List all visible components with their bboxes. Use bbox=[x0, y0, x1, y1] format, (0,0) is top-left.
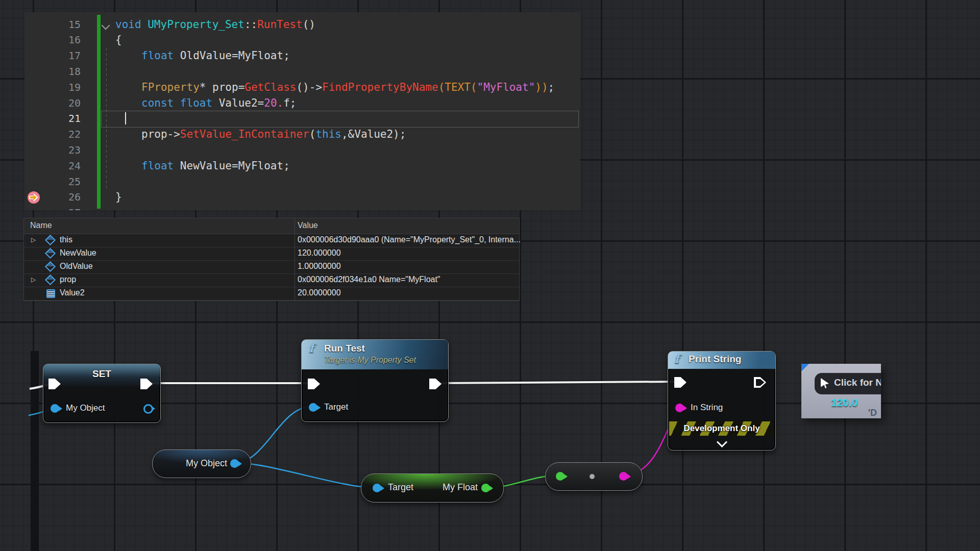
code-text: const float Value2=20.f; bbox=[141, 95, 296, 111]
my-object-getter-node[interactable]: My Object bbox=[152, 449, 251, 478]
code-line-15[interactable]: 15void UMyProperty_Set::RunTest() bbox=[24, 17, 580, 33]
my-object-output-pin[interactable] bbox=[230, 459, 239, 468]
print-string-instring-label: In String bbox=[691, 403, 723, 413]
watch-name: NewValue bbox=[60, 248, 96, 258]
print-string-exec-out-pin[interactable] bbox=[754, 377, 766, 388]
line-number[interactable]: 18 bbox=[24, 64, 81, 80]
run-test-exec-in-pin[interactable] bbox=[308, 379, 320, 389]
watch-column-divider[interactable] bbox=[295, 218, 295, 300]
code-line-25[interactable]: 25 bbox=[24, 174, 580, 190]
code-line-27[interactable]: 27 bbox=[24, 205, 580, 210]
print-string-node-title: Print String bbox=[689, 354, 741, 365]
member-variable-icon bbox=[45, 248, 56, 259]
to-string-input-pin[interactable] bbox=[556, 472, 565, 481]
set-myobject-input-pin[interactable] bbox=[51, 404, 59, 413]
code-line-20[interactable]: 20const float Value2=20.f; bbox=[24, 95, 580, 111]
execution-pointer-icon[interactable] bbox=[28, 191, 40, 204]
code-line-19[interactable]: 19FProperty* prop=GetClass()->FindProper… bbox=[24, 80, 580, 95]
line-number[interactable]: 24 bbox=[24, 158, 81, 174]
development-only-banner: Development Only bbox=[669, 421, 774, 436]
code-text: float NewValue=MyFloat; bbox=[141, 158, 290, 174]
debug-value-bubble[interactable]: Click for N 120.0 'D bbox=[801, 364, 881, 418]
expand-arrow-icon[interactable]: ▷ bbox=[31, 276, 36, 283]
watch-value: 20.0000000 bbox=[298, 288, 341, 297]
line-number[interactable]: 23 bbox=[24, 142, 81, 158]
code-line-21[interactable]: 21 bbox=[24, 111, 580, 127]
local-variable-icon bbox=[46, 289, 55, 298]
run-test-target-pin[interactable] bbox=[309, 403, 317, 412]
function-icon: f bbox=[309, 341, 314, 355]
code-line-16[interactable]: 16{ bbox=[24, 32, 580, 48]
watch-value: 1.00000000 bbox=[298, 262, 341, 271]
print-string-exec-in-pin[interactable] bbox=[674, 377, 687, 388]
member-variable-icon bbox=[45, 261, 56, 272]
my-object-getter-label: My Object bbox=[186, 458, 227, 469]
watch-column-value[interactable]: Value bbox=[298, 221, 318, 230]
set-node[interactable]: SET My Object bbox=[43, 364, 161, 423]
line-number[interactable]: 21 bbox=[24, 111, 81, 127]
code-text: FProperty* prop=GetClass()->FindProperty… bbox=[141, 80, 554, 95]
line-number[interactable]: 22 bbox=[24, 127, 81, 142]
code-line-18[interactable]: 18 bbox=[24, 64, 580, 80]
watch-row-Value2[interactable]: Value220.0000000 bbox=[24, 287, 519, 300]
watch-row-OldValue[interactable]: OldValue1.00000000 bbox=[24, 260, 519, 274]
set-exec-out-pin[interactable] bbox=[140, 379, 153, 389]
watch-row-NewValue[interactable]: NewValue120.000000 bbox=[24, 247, 519, 261]
expand-arrow-icon[interactable]: ▷ bbox=[31, 236, 36, 243]
print-string-node[interactable]: f Print String In String Development Onl… bbox=[668, 351, 776, 450]
code-text: prop->SetValue_InContainer(this,&Value2)… bbox=[141, 127, 406, 142]
run-test-exec-out-pin[interactable] bbox=[429, 379, 442, 389]
code-line-22[interactable]: 22prop->SetValue_InContainer(this,&Value… bbox=[24, 127, 580, 142]
run-test-node-title: Run Test bbox=[324, 343, 365, 354]
object-wire-myobject-to-myfloat bbox=[235, 463, 376, 488]
code-text: { bbox=[115, 32, 122, 48]
my-float-getter-node[interactable]: Target My Float bbox=[361, 473, 504, 503]
set-myobject-pin-label: My Object bbox=[66, 403, 105, 413]
cursor-icon bbox=[821, 378, 829, 388]
line-number[interactable]: 16 bbox=[24, 32, 81, 48]
expand-chevron-icon[interactable] bbox=[717, 437, 727, 447]
code-text: float OldValue=MyFloat; bbox=[141, 48, 290, 64]
my-float-output-label: My Float bbox=[443, 482, 478, 493]
fold-chevron-icon[interactable] bbox=[102, 21, 110, 30]
line-number[interactable]: 19 bbox=[24, 80, 81, 95]
set-object-output-pin[interactable] bbox=[143, 404, 153, 414]
line-number[interactable]: 20 bbox=[24, 95, 81, 111]
line-number[interactable]: 15 bbox=[24, 17, 81, 33]
set-node-title: SET bbox=[43, 368, 160, 380]
my-float-target-label: Target bbox=[388, 482, 413, 493]
watch-name: this bbox=[60, 235, 72, 244]
run-test-node[interactable]: f Run Test Target is My Property Set Tar… bbox=[301, 339, 449, 422]
watch-row-this[interactable]: ▷this0x000006d30d90aaa0 (Name="MyPropert… bbox=[24, 234, 519, 247]
code-editor[interactable]: 15void UMyProperty_Set::RunTest()16{17fl… bbox=[24, 12, 580, 210]
watch-window[interactable]: Name Value ▷this0x000006d30d90aaa0 (Name… bbox=[23, 218, 520, 301]
watch-value: 0x000006d2f034e1a0 Name="MyFloat" bbox=[298, 275, 440, 284]
to-string-output-pin[interactable] bbox=[619, 472, 628, 481]
watch-column-name[interactable]: Name bbox=[30, 221, 52, 230]
code-line-17[interactable]: 17float OldValue=MyFloat; bbox=[24, 48, 580, 64]
line-number[interactable]: 27 bbox=[24, 205, 81, 210]
debug-watch-value: 120.0 bbox=[831, 396, 858, 409]
to-string-conversion-node[interactable] bbox=[545, 462, 643, 491]
line-number[interactable]: 17 bbox=[24, 48, 81, 64]
watch-row-prop[interactable]: ▷prop0x000006d2f034e1a0 Name="MyFloat" bbox=[24, 273, 519, 287]
set-exec-in-pin[interactable] bbox=[48, 379, 61, 389]
blueprint-graph-canvas[interactable]: SET My Object f Run Test Target is My Pr… bbox=[0, 0, 980, 551]
code-line-24[interactable]: 24float NewValue=MyFloat; bbox=[24, 158, 580, 174]
bubble-corner-fold bbox=[801, 364, 809, 371]
watch-value: 120.000000 bbox=[298, 248, 341, 258]
my-float-target-pin[interactable] bbox=[373, 484, 381, 492]
code-line-23[interactable]: 23 bbox=[24, 142, 580, 158]
print-string-instring-pin[interactable] bbox=[675, 404, 684, 412]
code-text: void UMyProperty_Set::RunTest() bbox=[115, 17, 315, 33]
my-float-output-pin[interactable] bbox=[481, 484, 490, 492]
click-for-more-label: Click for N bbox=[834, 377, 881, 388]
run-test-node-subtitle: Target is My Property Set bbox=[324, 356, 416, 365]
code-line-26[interactable]: 26} bbox=[24, 189, 580, 205]
function-icon: f bbox=[674, 352, 679, 366]
watch-value: 0x000006d30d90aaa0 (Name="MyProperty_Set… bbox=[298, 235, 521, 244]
code-text: } bbox=[115, 189, 122, 205]
line-number[interactable]: 25 bbox=[24, 174, 81, 190]
run-test-target-label: Target bbox=[324, 402, 348, 412]
click-for-more-button[interactable]: Click for N bbox=[815, 373, 881, 394]
